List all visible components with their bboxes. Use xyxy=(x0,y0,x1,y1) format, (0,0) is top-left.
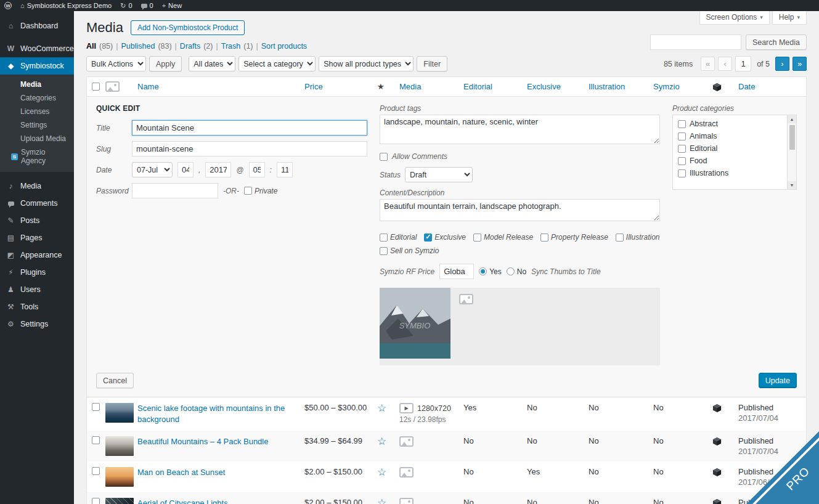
submenu-item-upload-media[interactable]: Upload Media xyxy=(0,132,74,145)
symzio-cube-icon[interactable] xyxy=(712,437,722,446)
select-all-checkbox[interactable] xyxy=(92,83,100,91)
submenu-item-media[interactable]: Media xyxy=(0,78,74,91)
feature-star-icon[interactable]: ☆ xyxy=(377,436,386,447)
hour-input[interactable] xyxy=(249,162,265,177)
submenu-item-symzio-agency[interactable]: S Symzio Agency xyxy=(0,145,74,168)
month-select[interactable]: 07-Jul xyxy=(132,162,173,177)
feature-star-icon[interactable]: ☆ xyxy=(377,466,386,478)
column-header-editorial[interactable]: Editorial xyxy=(463,77,527,96)
scroll-up-icon[interactable]: ▲ xyxy=(788,115,796,123)
rf-yes-radio[interactable] xyxy=(479,267,487,275)
scroll-down-icon[interactable]: ▼ xyxy=(788,181,796,189)
rf-yes-option[interactable]: Yes xyxy=(479,267,502,276)
feature-star-icon[interactable]: ☆ xyxy=(377,402,386,414)
sidebar-item-dashboard[interactable]: ⌂ Dashboard xyxy=(0,17,74,35)
editorial-checkbox[interactable] xyxy=(380,234,388,242)
sidebar-item-comments[interactable]: Comments xyxy=(0,195,74,212)
search-media-button[interactable]: Search Media xyxy=(746,35,807,50)
column-header-name[interactable]: Name xyxy=(137,77,304,96)
cancel-button[interactable]: Cancel xyxy=(96,373,134,388)
category-abstract[interactable]: Abstract xyxy=(673,118,787,130)
bulk-actions-select[interactable]: Bulk Actions xyxy=(86,56,146,71)
row-thumbnail[interactable] xyxy=(105,403,134,423)
column-header-exclusive[interactable]: Exclusive xyxy=(527,77,589,96)
site-name-link[interactable]: ⌂ Symbiostock Express Demo xyxy=(16,0,116,11)
row-thumbnail[interactable] xyxy=(105,498,134,504)
symzio-cube-icon[interactable] xyxy=(712,468,722,477)
rf-no-option[interactable]: No xyxy=(507,267,526,276)
symzio-cube-icon[interactable] xyxy=(712,404,722,413)
flag-editorial[interactable]: Editorial xyxy=(380,233,417,242)
property-release-checkbox[interactable] xyxy=(540,234,548,242)
row-title-link[interactable]: Beautiful Mountains – 4 Pack Bundle xyxy=(137,437,268,446)
wordpress-menu[interactable]: W xyxy=(0,0,16,11)
product-tags-textarea[interactable]: landscape, mountain, nature, scenic, win… xyxy=(380,115,660,144)
flag-model-release[interactable]: Model Release xyxy=(473,233,533,242)
updates-indicator[interactable]: ↻ 0 xyxy=(116,0,136,11)
row-thumbnail[interactable] xyxy=(105,436,134,456)
status-select[interactable]: Draft xyxy=(405,167,473,182)
column-header-symzio[interactable]: Symzio xyxy=(653,77,712,96)
submenu-item-categories[interactable]: Categories xyxy=(0,91,74,105)
category-checkbox[interactable] xyxy=(678,169,686,177)
row-title-link[interactable]: Scenic lake footage with mountains in th… xyxy=(137,404,285,424)
category-checkbox[interactable] xyxy=(678,157,686,165)
row-checkbox[interactable] xyxy=(92,436,100,444)
model-release-checkbox[interactable] xyxy=(473,234,481,242)
view-all-link[interactable]: All xyxy=(86,42,96,51)
title-input[interactable] xyxy=(132,120,367,136)
date-filter-select[interactable]: All dates xyxy=(189,56,235,71)
help-button[interactable]: Help ▾ xyxy=(772,11,807,25)
sidebar-item-appearance[interactable]: ◩ Appearance xyxy=(0,246,74,264)
allow-comments-checkbox[interactable] xyxy=(380,153,388,161)
category-animals[interactable]: Animals xyxy=(673,130,787,142)
sidebar-item-tools[interactable]: ⚒ Tools xyxy=(0,298,74,315)
content-description-textarea[interactable]: Beautiful mountain terrain, landscape ph… xyxy=(380,199,660,221)
row-checkbox[interactable] xyxy=(92,403,100,411)
row-title-link[interactable]: Aerial of Cityscape Lights xyxy=(137,498,228,504)
sidebar-item-symbiostock[interactable]: ◆ Symbiostock xyxy=(0,57,74,75)
category-scrollbar[interactable]: ▲ ▼ xyxy=(787,115,796,189)
sidebar-item-media[interactable]: ♪ Media xyxy=(0,177,74,195)
category-checkbox[interactable] xyxy=(678,132,686,140)
category-filter-select[interactable]: Select a category xyxy=(238,56,316,71)
symzio-cube-icon[interactable] xyxy=(712,498,722,504)
sidebar-item-posts[interactable]: ✎ Posts xyxy=(0,212,74,229)
filter-button[interactable]: Filter xyxy=(417,56,447,71)
rf-no-radio[interactable] xyxy=(507,267,515,275)
scrollbar-thumb[interactable] xyxy=(789,125,795,150)
password-input[interactable] xyxy=(132,183,218,198)
submenu-item-licenses[interactable]: Licenses xyxy=(0,105,74,118)
flag-illustration[interactable]: Illustration xyxy=(616,233,660,242)
private-option[interactable]: Private xyxy=(244,187,277,195)
view-trash-link[interactable]: Trash xyxy=(221,42,241,51)
category-checkbox[interactable] xyxy=(678,145,686,153)
search-input[interactable] xyxy=(650,35,741,50)
column-header-price[interactable]: Price xyxy=(304,77,377,96)
update-button[interactable]: Update xyxy=(759,373,797,388)
flag-property-release[interactable]: Property Release xyxy=(540,233,608,242)
next-page-button[interactable]: › xyxy=(775,57,789,71)
quick-edit-thumbnail[interactable]: SYMBIO xyxy=(380,288,450,359)
view-published-link[interactable]: Published xyxy=(121,42,155,51)
sort-products-link[interactable]: Sort products xyxy=(261,42,307,51)
sidebar-item-pages[interactable]: ▤ Pages xyxy=(0,229,74,246)
minute-input[interactable] xyxy=(277,162,293,177)
flag-sell-on-symzio[interactable]: Sell on Symzio xyxy=(380,246,439,255)
sidebar-item-settings[interactable]: ⚙ Settings xyxy=(0,315,74,333)
category-editorial[interactable]: Editorial xyxy=(673,142,787,155)
add-product-button[interactable]: Add Non-Symbiostock Product xyxy=(131,20,245,35)
day-input[interactable] xyxy=(177,162,194,177)
first-page-button[interactable]: « xyxy=(701,57,715,71)
feature-star-icon[interactable]: ☆ xyxy=(377,497,386,504)
sell-on-symzio-checkbox[interactable] xyxy=(380,247,388,255)
column-header-featured[interactable]: ★ xyxy=(377,77,399,96)
column-header-illustration[interactable]: Illustration xyxy=(589,77,653,96)
sidebar-item-woocommerce[interactable]: W WooCommerce xyxy=(0,40,74,57)
flag-exclusive[interactable]: Exclusive xyxy=(424,233,466,242)
current-page-input[interactable] xyxy=(735,56,751,71)
rf-price-input[interactable] xyxy=(439,264,474,279)
slug-input[interactable] xyxy=(132,141,367,156)
submenu-item-settings[interactable]: Settings xyxy=(0,118,74,132)
row-thumbnail[interactable] xyxy=(105,467,134,487)
